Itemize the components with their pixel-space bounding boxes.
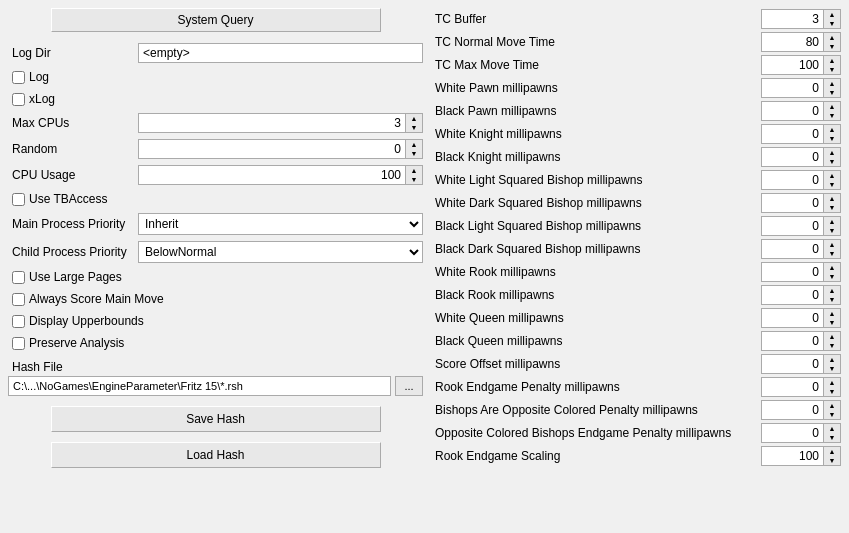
right-number-wrap: ▲▼	[761, 147, 841, 167]
right-number-input[interactable]	[761, 78, 823, 98]
right-spin-down[interactable]: ▼	[824, 318, 840, 327]
display-upperbounds-row: Display Upperbounds	[8, 312, 423, 330]
preserve-analysis-checkbox[interactable]	[12, 337, 25, 350]
right-spin-down[interactable]: ▼	[824, 157, 840, 166]
right-spinner: ▲▼	[823, 101, 841, 121]
random-up[interactable]: ▲	[406, 140, 422, 149]
xlog-checkbox[interactable]	[12, 93, 25, 106]
right-spin-down[interactable]: ▼	[824, 19, 840, 28]
right-number-input[interactable]	[761, 216, 823, 236]
right-spin-up[interactable]: ▲	[824, 79, 840, 88]
right-number-input[interactable]	[761, 262, 823, 282]
random-down[interactable]: ▼	[406, 149, 422, 158]
right-number-input[interactable]	[761, 331, 823, 351]
right-spin-up[interactable]: ▲	[824, 194, 840, 203]
right-number-input[interactable]	[761, 32, 823, 52]
use-large-pages-checkbox[interactable]	[12, 271, 25, 284]
log-checkbox[interactable]	[12, 71, 25, 84]
main-process-priority-value: Inherit Normal High AboveNormal BelowNor…	[138, 213, 423, 235]
cpu-usage-down[interactable]: ▼	[406, 175, 422, 184]
right-spin-down[interactable]: ▼	[824, 226, 840, 235]
save-hash-button[interactable]: Save Hash	[51, 406, 381, 432]
right-spin-up[interactable]: ▲	[824, 447, 840, 456]
always-score-main-move-label: Always Score Main Move	[29, 292, 164, 306]
right-number-input[interactable]	[761, 354, 823, 374]
right-spin-up[interactable]: ▲	[824, 171, 840, 180]
hash-file-path-input[interactable]	[8, 376, 391, 396]
log-dir-label: Log Dir	[8, 46, 138, 60]
right-spinner: ▲▼	[823, 262, 841, 282]
right-spin-up[interactable]: ▲	[824, 263, 840, 272]
right-number-input[interactable]	[761, 147, 823, 167]
right-spin-down[interactable]: ▼	[824, 249, 840, 258]
right-row: Black Queen millipawns▲▼	[431, 330, 841, 352]
right-spinner: ▲▼	[823, 55, 841, 75]
right-number-input[interactable]	[761, 239, 823, 259]
right-spin-down[interactable]: ▼	[824, 272, 840, 281]
right-row-label: White Dark Squared Bishop millipawns	[431, 196, 761, 210]
right-spin-up[interactable]: ▲	[824, 332, 840, 341]
right-spin-down[interactable]: ▼	[824, 111, 840, 120]
max-cpus-down[interactable]: ▼	[406, 123, 422, 132]
right-spin-down[interactable]: ▼	[824, 180, 840, 189]
right-number-input[interactable]	[761, 285, 823, 305]
right-spin-up[interactable]: ▲	[824, 355, 840, 364]
right-spin-up[interactable]: ▲	[824, 401, 840, 410]
right-spin-up[interactable]: ▲	[824, 10, 840, 19]
right-number-input[interactable]	[761, 124, 823, 144]
max-cpus-input[interactable]	[138, 113, 405, 133]
right-spin-up[interactable]: ▲	[824, 378, 840, 387]
display-upperbounds-label: Display Upperbounds	[29, 314, 144, 328]
right-spin-down[interactable]: ▼	[824, 88, 840, 97]
right-spin-up[interactable]: ▲	[824, 424, 840, 433]
right-number-input[interactable]	[761, 193, 823, 213]
right-spin-up[interactable]: ▲	[824, 217, 840, 226]
max-cpus-up[interactable]: ▲	[406, 114, 422, 123]
log-dir-input[interactable]	[138, 43, 423, 63]
random-input[interactable]	[138, 139, 405, 159]
right-spin-up[interactable]: ▲	[824, 102, 840, 111]
right-number-input[interactable]	[761, 9, 823, 29]
right-number-input[interactable]	[761, 101, 823, 121]
right-spin-up[interactable]: ▲	[824, 148, 840, 157]
right-spinner: ▲▼	[823, 400, 841, 420]
right-number-input[interactable]	[761, 170, 823, 190]
right-spin-up[interactable]: ▲	[824, 286, 840, 295]
right-spin-up[interactable]: ▲	[824, 33, 840, 42]
right-spin-up[interactable]: ▲	[824, 125, 840, 134]
child-process-priority-select[interactable]: BelowNormal Normal High AboveNormal Idle	[138, 241, 423, 263]
right-spin-down[interactable]: ▼	[824, 456, 840, 465]
log-row: Log	[8, 68, 423, 86]
cpu-usage-up[interactable]: ▲	[406, 166, 422, 175]
cpu-usage-input[interactable]	[138, 165, 405, 185]
load-hash-button[interactable]: Load Hash	[51, 442, 381, 468]
main-process-priority-select[interactable]: Inherit Normal High AboveNormal BelowNor…	[138, 213, 423, 235]
right-spin-down[interactable]: ▼	[824, 295, 840, 304]
right-spin-down[interactable]: ▼	[824, 134, 840, 143]
browse-button[interactable]: ...	[395, 376, 423, 396]
system-query-button[interactable]: System Query	[51, 8, 381, 32]
right-spin-down[interactable]: ▼	[824, 364, 840, 373]
right-spin-down[interactable]: ▼	[824, 341, 840, 350]
right-spin-down[interactable]: ▼	[824, 410, 840, 419]
right-number-input[interactable]	[761, 308, 823, 328]
right-spin-up[interactable]: ▲	[824, 240, 840, 249]
right-spin-down[interactable]: ▼	[824, 42, 840, 51]
right-spin-up[interactable]: ▲	[824, 309, 840, 318]
right-number-input[interactable]	[761, 446, 823, 466]
always-score-main-move-checkbox[interactable]	[12, 293, 25, 306]
right-number-input[interactable]	[761, 423, 823, 443]
right-spin-up[interactable]: ▲	[824, 56, 840, 65]
right-spin-down[interactable]: ▼	[824, 203, 840, 212]
right-spin-down[interactable]: ▼	[824, 65, 840, 74]
use-tbaccess-checkbox[interactable]	[12, 193, 25, 206]
display-upperbounds-checkbox[interactable]	[12, 315, 25, 328]
right-spin-down[interactable]: ▼	[824, 387, 840, 396]
right-number-wrap: ▲▼	[761, 101, 841, 121]
right-number-input[interactable]	[761, 377, 823, 397]
right-spin-down[interactable]: ▼	[824, 433, 840, 442]
left-panel: System Query Log Dir Log xLog Max CPUs	[8, 8, 423, 525]
right-number-input[interactable]	[761, 400, 823, 420]
right-number-wrap: ▲▼	[761, 124, 841, 144]
right-number-input[interactable]	[761, 55, 823, 75]
